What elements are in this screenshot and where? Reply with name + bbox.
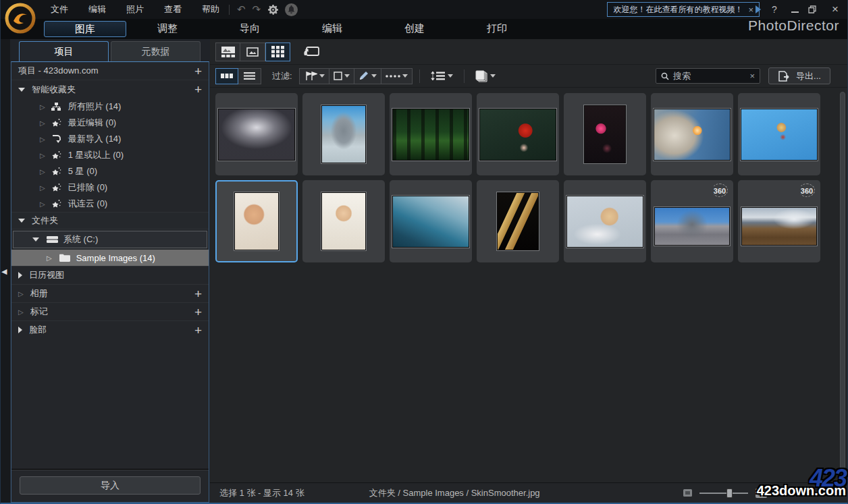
- import-button[interactable]: 导入: [20, 476, 201, 495]
- smart-item-已排除 (0)[interactable]: ▷已排除 (0): [11, 179, 209, 196]
- chevron-right-icon[interactable]: ▷: [47, 254, 52, 262]
- sidebar-section-标记[interactable]: ▷标记+: [11, 302, 209, 320]
- large-thumbnails-icon[interactable]: [755, 488, 768, 499]
- menu-item-照片[interactable]: 照片: [121, 1, 149, 18]
- help-button[interactable]: ?: [768, 4, 781, 15]
- undo-icon[interactable]: ↶: [234, 2, 249, 17]
- rating-filter-button[interactable]: [329, 68, 354, 84]
- photo-thumbnail-woman-smiling[interactable]: [215, 180, 298, 262]
- secondary-display-button[interactable]: [298, 43, 323, 61]
- notifications-bell-icon[interactable]: [285, 3, 298, 16]
- sort-button[interactable]: [427, 68, 457, 84]
- color-label-filter-button[interactable]: [381, 68, 413, 84]
- chevron-down-icon: [402, 74, 408, 78]
- single-view-button[interactable]: [240, 43, 265, 61]
- chevron-right-icon[interactable]: ▷: [40, 152, 45, 159]
- project-header-row[interactable]: 项目 - 423down.com +: [11, 62, 209, 80]
- thumbnail-list-view-button[interactable]: [215, 68, 238, 84]
- smart-collection-header[interactable]: 智能收藏夹 +: [11, 80, 209, 99]
- edited-filter-button[interactable]: [354, 68, 381, 84]
- close-button[interactable]: ×: [828, 3, 842, 16]
- photo-thumbnail-ocean-wave[interactable]: [390, 180, 472, 262]
- chevron-right-icon[interactable]: ▷: [40, 136, 45, 143]
- zoom-slider[interactable]: [699, 493, 748, 494]
- banner-close-icon[interactable]: ×: [748, 5, 753, 15]
- sidebar-collapse-strip[interactable]: ◀: [1, 39, 10, 503]
- module-tab-导向[interactable]: 导向: [209, 21, 291, 37]
- chevron-right-icon[interactable]: ▷: [40, 184, 45, 192]
- minimize-button[interactable]: [788, 4, 801, 15]
- sidebar-tab-元数据[interactable]: 元数据: [111, 41, 201, 61]
- smart-item-讯连云 (0)[interactable]: ▷讯连云 (0): [11, 196, 209, 212]
- small-thumbnails-icon[interactable]: [683, 488, 693, 497]
- sidebar-section-相册[interactable]: ▷相册+: [11, 284, 209, 302]
- photo-thumbnail-boat-and-cliff[interactable]: [302, 93, 385, 175]
- module-tab-图库[interactable]: 图库: [44, 21, 126, 37]
- selected-folder-label: Sample Images (14): [76, 253, 155, 263]
- photo-thumbnail-basketball-dunk[interactable]: [215, 93, 298, 175]
- smart-item-5 星 (0)[interactable]: ▷5 星 (0): [11, 163, 209, 179]
- photo-thumbnail-neon-sign[interactable]: [564, 93, 646, 175]
- gear-icon[interactable]: [264, 4, 282, 16]
- folders-header[interactable]: 文件夹: [11, 212, 209, 229]
- photo-thumbnail-snowboarder[interactable]: [738, 93, 820, 175]
- scrollbar-thumb[interactable]: [840, 92, 845, 478]
- stack-display-button[interactable]: [471, 68, 500, 84]
- smart-item-最新导入 (14)[interactable]: ▷最新导入 (14): [11, 131, 209, 147]
- chevron-right-icon[interactable]: ▷: [40, 119, 45, 127]
- photo-thumbnail-woman-laughing[interactable]: [302, 180, 385, 262]
- sidebar-tab-项目[interactable]: 项目: [19, 41, 109, 61]
- search-clear-icon[interactable]: ×: [749, 71, 755, 81]
- viewmode-toolbar: [210, 39, 847, 65]
- photo-thumbnail-canyon-360-pano[interactable]: 360: [738, 180, 820, 262]
- smart-item-1 星或以上 (0)[interactable]: ▷1 星或以上 (0): [11, 147, 209, 163]
- menu-item-编辑[interactable]: 编辑: [83, 1, 111, 18]
- add-标记-button[interactable]: +: [194, 306, 202, 318]
- library-main: 过滤:: [210, 39, 847, 503]
- grid-view-button[interactable]: [265, 43, 290, 61]
- menu-item-帮助[interactable]: 帮助: [196, 1, 225, 18]
- flag-filter-button[interactable]: [299, 68, 329, 84]
- chevron-right-icon: [18, 327, 22, 333]
- chevron-right-icon[interactable]: ▷: [40, 200, 45, 208]
- module-tab-创建[interactable]: 创建: [373, 21, 456, 37]
- restore-button[interactable]: [808, 5, 822, 13]
- chevron-right-icon[interactable]: ▷: [40, 103, 45, 111]
- search-input[interactable]: 搜索 ×: [656, 68, 760, 84]
- zoom-slider-handle[interactable]: [726, 488, 733, 498]
- library-sidebar: 项目元数据 项目 - 423down.com + 智能收藏夹 + ▷所有照片 (…: [10, 39, 210, 503]
- selected-folder-item[interactable]: ▷ Sample Images (14): [11, 250, 209, 266]
- welcome-tutorial-banner[interactable]: 欢迎您！在此查看所有的教程视频！ ×: [607, 2, 760, 17]
- photo-thumbnail-maple-leaf[interactable]: [477, 93, 559, 175]
- grid-scrollbar[interactable]: [840, 92, 845, 478]
- redo-icon[interactable]: ↷: [249, 2, 265, 17]
- menu-item-查看[interactable]: 查看: [159, 1, 187, 18]
- chevron-down-icon: [490, 74, 496, 78]
- module-tab-调整[interactable]: 调整: [126, 21, 209, 37]
- sidebar-section-脸部[interactable]: 脸部+: [11, 320, 209, 339]
- photo-thumbnail-woman-leaning[interactable]: [564, 180, 646, 262]
- photo-image-street-360-pano: [654, 207, 730, 246]
- add-相册-button[interactable]: +: [194, 287, 202, 300]
- photo-thumbnail-window-light[interactable]: [477, 180, 559, 262]
- export-label: 导出...: [796, 70, 821, 82]
- photo-thumbnail-street-360-pano[interactable]: 360: [651, 180, 733, 262]
- smart-item-最近编辑 (0)[interactable]: ▷最近编辑 (0): [11, 115, 209, 131]
- photo-thumbnail-forest[interactable]: [390, 93, 472, 175]
- export-button[interactable]: 导出...: [768, 67, 830, 84]
- detail-list-view-button[interactable]: [238, 68, 261, 84]
- photo-thumbnail-rocket-launch[interactable]: [651, 93, 733, 175]
- module-tab-编辑[interactable]: 编辑: [291, 21, 373, 37]
- menu-item-文件[interactable]: 文件: [45, 1, 74, 18]
- smart-item-所有照片 (14)[interactable]: ▷所有照片 (14): [11, 99, 209, 115]
- sidebar-section-日历视图[interactable]: 日历视图: [11, 266, 209, 284]
- chevron-right-icon: ▷: [18, 308, 24, 316]
- add-smart-collection-button[interactable]: +: [194, 83, 202, 96]
- drive-item[interactable]: 系统 (C:): [13, 231, 207, 248]
- browser-thumbnail-view-button[interactable]: [215, 43, 240, 61]
- chevron-right-icon[interactable]: ▷: [40, 168, 45, 175]
- collapse-sidebar-icon[interactable]: ◀: [1, 267, 7, 276]
- module-tab-打印[interactable]: 打印: [456, 21, 538, 37]
- add-脸部-button[interactable]: +: [194, 324, 202, 337]
- add-project-button[interactable]: +: [194, 65, 202, 78]
